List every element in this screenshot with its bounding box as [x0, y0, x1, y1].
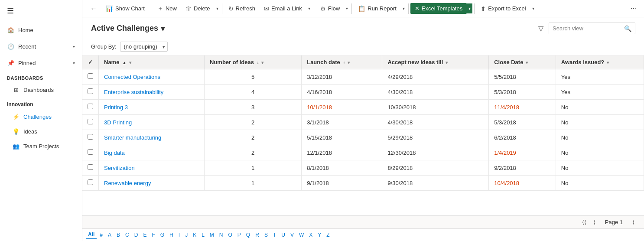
checkbox-col-header[interactable]: ✓ — [82, 55, 99, 69]
group-by-select[interactable]: (no grouping) — [120, 42, 168, 52]
new-button[interactable]: ＋ New — [153, 2, 181, 15]
challenge-name-link[interactable]: Connected Operations — [104, 74, 160, 80]
awards-filter-icon[interactable]: ▾ — [607, 60, 609, 65]
launch-date-column-header[interactable]: Launch date ↑ ▾ — [302, 55, 382, 69]
row-select-checkbox[interactable] — [88, 73, 93, 79]
show-chart-button[interactable]: 📊 Show Chart — [101, 3, 149, 15]
close-date-filter-icon[interactable]: ▾ — [526, 60, 528, 65]
accept-ideas-column-header[interactable]: Accept new ideas till ▾ — [382, 55, 489, 69]
alphabet-filter-t[interactable]: T — [271, 231, 278, 239]
select-all-checkbox[interactable]: ✓ — [88, 59, 93, 65]
sidebar-item-home[interactable]: 🏠 Home — [0, 22, 82, 38]
challenge-name-link[interactable]: Big data — [104, 150, 125, 156]
alphabet-filter-j[interactable]: J — [183, 231, 190, 239]
search-input[interactable] — [549, 23, 621, 34]
alphabet-filter-s[interactable]: S — [262, 231, 270, 239]
run-report-chevron[interactable]: ▾ — [401, 3, 407, 13]
alphabet-filter-v[interactable]: V — [288, 231, 296, 239]
sidebar-item-pinned[interactable]: 📌 Pinned ▾ — [0, 55, 82, 71]
alphabet-filter-z[interactable]: Z — [324, 231, 332, 239]
awards-column-header[interactable]: Awards issued? ▾ — [556, 55, 644, 69]
prev-page-button[interactable]: ⟨ — [591, 218, 598, 227]
alphabet-filter-#[interactable]: # — [98, 231, 105, 239]
alphabet-filter-k[interactable]: K — [191, 231, 198, 239]
row-checkbox[interactable] — [82, 85, 99, 100]
first-page-button[interactable]: ⟨⟨ — [579, 218, 589, 227]
row-checkbox[interactable] — [82, 145, 99, 160]
alphabet-filter-f[interactable]: F — [150, 231, 157, 239]
back-button[interactable]: ← — [86, 2, 101, 15]
excel-templates-chevron[interactable]: ▾ — [467, 3, 472, 13]
alphabet-filter-x[interactable]: X — [307, 231, 315, 239]
alphabet-filter-m[interactable]: M — [208, 231, 216, 239]
flow-chevron[interactable]: ▾ — [344, 3, 350, 13]
row-checkbox[interactable] — [82, 100, 99, 115]
flow-button[interactable]: ⚙ Flow — [316, 3, 344, 15]
alphabet-filter-r[interactable]: R — [253, 231, 261, 239]
delete-button[interactable]: 🗑 Delete — [181, 3, 215, 15]
alphabet-filter-w[interactable]: W — [297, 231, 306, 239]
row-checkbox[interactable] — [82, 69, 99, 85]
alphabet-filter-n[interactable]: N — [217, 231, 225, 239]
row-select-checkbox[interactable] — [88, 134, 93, 140]
row-select-checkbox[interactable] — [88, 179, 93, 185]
accept-ideas-filter-icon[interactable]: ▾ — [446, 60, 448, 65]
refresh-button[interactable]: ↻ Refresh — [224, 3, 260, 15]
alphabet-filter-d[interactable]: D — [132, 231, 140, 239]
row-select-checkbox[interactable] — [88, 164, 93, 170]
launch-date-filter-icon[interactable]: ▾ — [348, 60, 350, 65]
alphabet-filter-g[interactable]: G — [158, 231, 166, 239]
alphabet-filter-all[interactable]: All — [86, 231, 97, 239]
row-select-checkbox[interactable] — [88, 88, 93, 94]
num-ideas-filter-icon[interactable]: ▾ — [261, 60, 263, 65]
sidebar-item-team-projects[interactable]: 👥 Team Projects — [0, 139, 82, 153]
row-checkbox[interactable] — [82, 130, 99, 145]
row-select-checkbox[interactable] — [88, 119, 93, 124]
challenge-name-link[interactable]: Smarter manufacturing — [104, 134, 161, 141]
alphabet-filter-l[interactable]: L — [199, 231, 207, 239]
more-menu-button[interactable]: ⋯ — [626, 3, 641, 14]
row-checkbox[interactable] — [82, 176, 99, 191]
alphabet-filter-p[interactable]: P — [235, 231, 243, 239]
alphabet-filter-h[interactable]: H — [167, 231, 176, 239]
title-chevron-icon[interactable]: ▾ — [161, 24, 165, 33]
search-button[interactable]: 🔍 — [621, 23, 635, 34]
name-column-header[interactable]: Name ▲ ▾ — [99, 55, 205, 69]
email-link-chevron[interactable]: ▾ — [306, 3, 312, 13]
run-report-button[interactable]: 📋 Run Report — [354, 3, 400, 15]
alphabet-filter-y[interactable]: Y — [315, 231, 323, 239]
alphabet-filter-u[interactable]: U — [279, 231, 287, 239]
next-page-button[interactable]: ⟩ — [630, 218, 637, 227]
challenge-name-link[interactable]: Renewable energy — [104, 180, 151, 186]
challenge-name-link[interactable]: Enterprise sustainability — [104, 89, 163, 95]
hamburger-icon[interactable]: ☰ — [0, 0, 82, 22]
alphabet-filter-o[interactable]: O — [226, 231, 234, 239]
row-checkbox[interactable] — [82, 160, 99, 176]
close-date-column-header[interactable]: Close Date ▾ — [489, 55, 556, 69]
alphabet-filter-e[interactable]: E — [141, 231, 149, 239]
sidebar-item-dashboards[interactable]: ⊞ Dashboards — [0, 82, 82, 97]
name-filter-icon[interactable]: ▾ — [129, 60, 131, 65]
sidebar-item-recent[interactable]: 🕐 Recent ▾ — [0, 38, 82, 55]
export-excel-button[interactable]: ⬆ Export to Excel — [476, 3, 530, 15]
alphabet-filter-q[interactable]: Q — [244, 231, 252, 239]
num-ideas-column-header[interactable]: Number of ideas ↓ ▾ — [205, 55, 302, 69]
row-select-checkbox[interactable] — [88, 104, 93, 109]
excel-templates-button[interactable]: ✕ Excel Templates — [410, 3, 467, 14]
sidebar-item-ideas[interactable]: 💡 Ideas — [0, 124, 82, 139]
sidebar-item-challenges[interactable]: ⚡ Challenges — [0, 109, 82, 124]
challenge-name-link[interactable]: Printing 3 — [104, 104, 128, 111]
refresh-icon: ↻ — [228, 5, 234, 12]
email-link-button[interactable]: ✉ Email a Link — [260, 3, 306, 15]
more-actions-chevron[interactable]: ▾ — [215, 3, 220, 13]
challenge-name-link[interactable]: Servitization — [104, 165, 135, 171]
challenge-name-link[interactable]: 3D Printing — [104, 119, 132, 126]
row-checkbox[interactable] — [82, 115, 99, 130]
alphabet-filter-i[interactable]: I — [176, 231, 182, 239]
alphabet-filter-b[interactable]: B — [114, 231, 122, 239]
alphabet-filter-a[interactable]: A — [106, 231, 114, 239]
export-chevron[interactable]: ▾ — [530, 3, 536, 13]
filter-icon[interactable]: ▽ — [537, 23, 545, 34]
alphabet-filter-c[interactable]: C — [123, 231, 131, 239]
row-select-checkbox[interactable] — [88, 149, 93, 155]
